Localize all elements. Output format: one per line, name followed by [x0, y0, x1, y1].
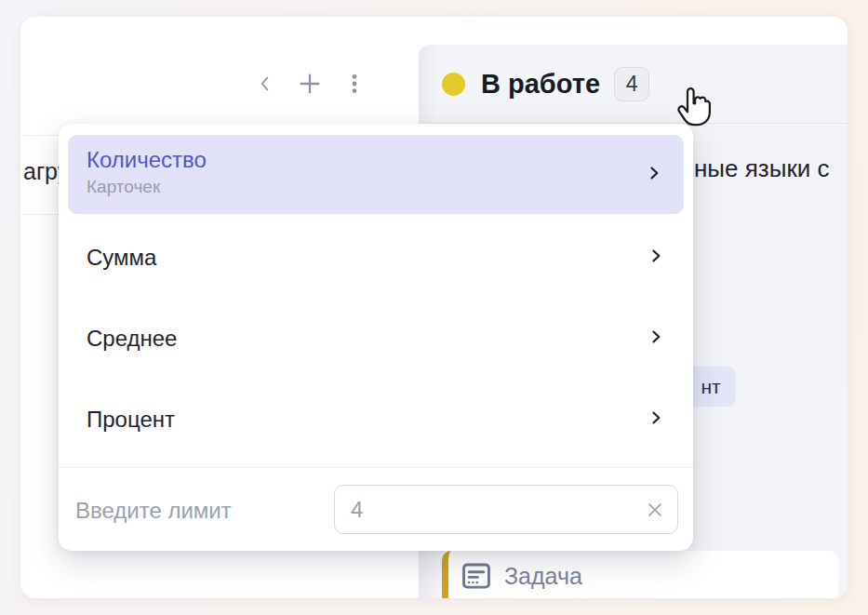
menu-item-percent[interactable]: Процент	[68, 390, 684, 449]
menu-item-sum-label: Сумма	[87, 245, 156, 271]
page-background: агру В работе 4 ные языки с нт	[0, 0, 868, 615]
menu-item-average-label: Среднее	[87, 326, 177, 352]
column-title: В работе	[481, 69, 600, 100]
menu-item-percent-label: Процент	[87, 407, 175, 433]
limit-label: Введите лимит	[75, 498, 232, 524]
board-window: агру В работе 4 ные языки с нт	[20, 17, 848, 598]
limit-input[interactable]	[334, 485, 678, 534]
chevron-left-icon[interactable]	[251, 69, 279, 99]
card-tag-chip: нт	[686, 367, 736, 407]
chevron-right-icon	[647, 326, 665, 352]
column-header: В работе 4	[419, 45, 848, 123]
limit-input-wrap	[334, 485, 678, 534]
column-status-dot-icon	[442, 73, 465, 96]
column-toolbar	[251, 69, 368, 99]
card-title-fragment: ные языки с	[694, 154, 830, 183]
kebab-menu-icon[interactable]	[341, 69, 368, 99]
task-document-icon	[460, 560, 493, 592]
plus-icon[interactable]	[296, 69, 324, 99]
clear-input-icon[interactable]	[643, 498, 667, 522]
task-type-label: Задача	[504, 563, 582, 590]
task-card-type-row: Задача	[448, 551, 838, 592]
task-card[interactable]: Задача	[442, 551, 838, 598]
menu-item-count[interactable]: Количество Карточек	[68, 135, 684, 214]
column-limit-badge[interactable]: 4	[614, 67, 649, 101]
chevron-right-icon	[645, 162, 663, 188]
chevron-right-icon	[647, 245, 665, 271]
menu-item-sum[interactable]: Сумма	[68, 228, 684, 287]
chevron-right-icon	[647, 407, 665, 433]
menu-item-count-label: Количество	[87, 147, 207, 173]
menu-divider	[59, 467, 693, 468]
menu-item-average[interactable]: Среднее	[68, 309, 684, 368]
aggregation-dropdown-menu: Количество Карточек Сумма Среднее Пр	[59, 124, 693, 551]
menu-item-count-sublabel: Карточек	[87, 177, 160, 197]
